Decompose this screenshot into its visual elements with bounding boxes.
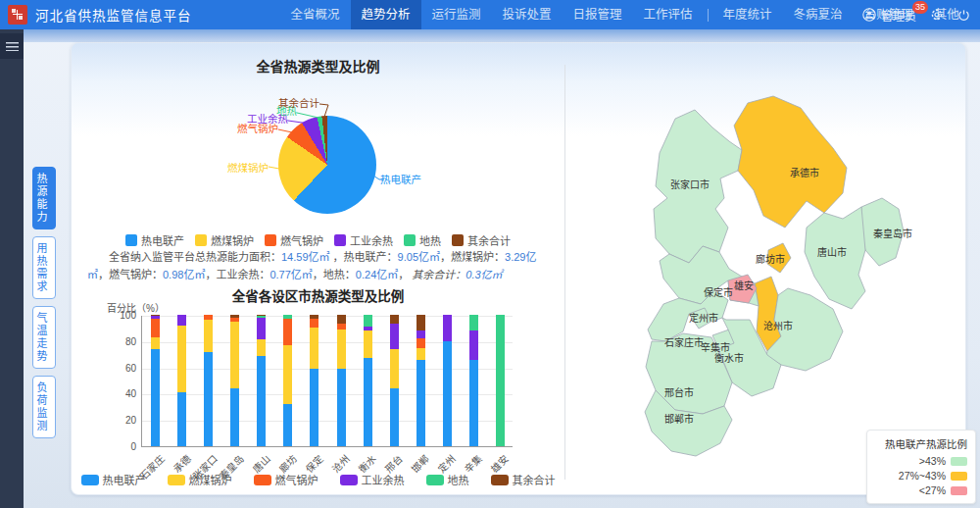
map-legend: 热电联产热源比例 >43%27%~43%<27% bbox=[866, 430, 976, 504]
map-region-langfang[interactable] bbox=[767, 243, 791, 273]
bar-沧州[interactable] bbox=[337, 315, 346, 446]
legend-label: 地热 bbox=[419, 232, 441, 248]
pie-label-燃煤锅炉: 燃煤锅炉 bbox=[227, 160, 269, 175]
bar-唐山[interactable] bbox=[257, 315, 266, 446]
bar-segment-燃煤锅炉 bbox=[257, 339, 266, 355]
bar-邢台[interactable] bbox=[390, 315, 399, 446]
nav-item-4[interactable]: 投诉处置 bbox=[492, 0, 563, 29]
bar-秦皇岛[interactable] bbox=[230, 315, 239, 446]
bar-segment-热电联产 bbox=[283, 404, 292, 446]
bar-segment-热电联产 bbox=[257, 356, 266, 446]
map-region-tangshan[interactable] bbox=[805, 207, 865, 309]
bar-segment-热电联产 bbox=[364, 358, 372, 446]
main-panel: 全省热源类型及比例 热电联产燃煤锅炉燃气锅炉工业余热地热其余合计 热电联产燃煤锅… bbox=[71, 42, 966, 495]
bar-承德[interactable] bbox=[177, 315, 186, 446]
bar-segment-热电联产 bbox=[390, 388, 399, 446]
bar-segment-燃煤锅炉 bbox=[416, 348, 425, 360]
map-legend-row-1: >43% bbox=[873, 455, 967, 467]
nav-item-3[interactable]: 运行监测 bbox=[421, 0, 492, 29]
pie-chart-title: 全省热源类型及比例 bbox=[72, 56, 564, 76]
summary-segment: ，燃煤锅炉： bbox=[440, 251, 505, 263]
legend-item-热电联产[interactable]: 热电联产 bbox=[125, 232, 184, 248]
legend-item-燃煤锅炉[interactable]: 燃煤锅炉 bbox=[195, 232, 254, 248]
app-seal-logo bbox=[8, 5, 27, 25]
summary-segment: ，工业余热： bbox=[205, 269, 270, 280]
summary-segment: 0.77亿㎡ bbox=[270, 269, 312, 280]
bar-segment-其余合计 bbox=[416, 315, 425, 330]
bar-segment-工业余热 bbox=[257, 318, 266, 340]
legend-item-地热[interactable]: 地热 bbox=[426, 472, 469, 487]
settings-gear-icon[interactable] bbox=[930, 8, 944, 22]
legend-item-工业余热[interactable]: 工业余热 bbox=[334, 232, 393, 248]
bar-segment-燃气锅炉 bbox=[310, 319, 318, 328]
legend-item-地热[interactable]: 地热 bbox=[404, 232, 441, 248]
y-tick-label: 40 bbox=[107, 388, 136, 399]
legend-item-燃气锅炉[interactable]: 燃气锅炉 bbox=[265, 232, 323, 248]
bar-定州[interactable] bbox=[443, 315, 452, 446]
nav-item-1[interactable]: 全省概况 bbox=[280, 0, 351, 29]
bar-segment-燃煤锅炉 bbox=[177, 326, 186, 392]
legend-label: 地热 bbox=[448, 472, 469, 487]
bar-segment-热电联产 bbox=[310, 369, 318, 446]
nav-item-8[interactable]: 冬病夏治 bbox=[783, 0, 854, 29]
nav-item-5[interactable]: 日报管理 bbox=[563, 0, 633, 29]
summary-segment: ，燃气锅炉： bbox=[98, 269, 163, 280]
nav-item-6[interactable]: 工作评估 bbox=[633, 0, 704, 29]
pie-legend: 热电联产燃煤锅炉燃气锅炉工业余热地热其余合计 bbox=[72, 232, 564, 248]
summary-segment: ， bbox=[398, 269, 412, 280]
map-legend-row-3: <27% bbox=[873, 484, 967, 496]
bar-segment-燃煤锅炉 bbox=[364, 330, 372, 358]
logout-power-icon[interactable] bbox=[957, 9, 970, 22]
notification-badge[interactable]: 35 bbox=[912, 1, 928, 14]
bar-辛集[interactable] bbox=[469, 315, 478, 446]
map-region-chengde[interactable] bbox=[734, 96, 847, 228]
legend-swatch bbox=[491, 475, 509, 485]
legend-item-其余合计[interactable]: 其余合计 bbox=[452, 232, 511, 248]
sub-header-strip bbox=[24, 29, 980, 42]
legend-label: 燃气锅炉 bbox=[280, 232, 323, 248]
user-name[interactable]: 管理员 bbox=[881, 7, 916, 24]
legend-item-热电联产[interactable]: 热电联产 bbox=[81, 472, 146, 487]
bar-segment-热电联产 bbox=[230, 388, 239, 446]
summary-segment: 0.98亿㎡ bbox=[163, 269, 205, 280]
legend-item-其余合计[interactable]: 其余合计 bbox=[491, 472, 556, 487]
map-legend-label: <27% bbox=[919, 484, 946, 496]
legend-item-燃气锅炉[interactable]: 燃气锅炉 bbox=[254, 472, 318, 487]
gridline bbox=[142, 421, 513, 422]
y-tick-label: 60 bbox=[107, 363, 136, 374]
bar-保定[interactable] bbox=[310, 315, 318, 446]
side-tab-4[interactable]: 负荷监测 bbox=[32, 376, 56, 438]
gridline bbox=[142, 342, 513, 343]
bar-雄安[interactable] bbox=[496, 315, 505, 446]
legend-label: 工业余热 bbox=[362, 472, 405, 487]
map-legend-swatch bbox=[951, 457, 967, 466]
stacked-bar-chart: 020406080100石家庄承德张家口秦皇岛唐山廊坊保定沧州衡水邢台邯郸定州辛… bbox=[141, 316, 513, 447]
bar-衡水[interactable] bbox=[364, 315, 372, 446]
hamburger-menu-icon[interactable] bbox=[0, 33, 24, 59]
bar-石家庄[interactable] bbox=[151, 315, 160, 446]
summary-segment: 9.05亿㎡ bbox=[398, 251, 440, 263]
legend-item-燃煤锅炉[interactable]: 燃煤锅炉 bbox=[168, 472, 232, 487]
bar-segment-燃煤锅炉 bbox=[390, 349, 399, 388]
map-region-cangzhou[interactable] bbox=[766, 288, 843, 371]
bar-张家口[interactable] bbox=[204, 315, 213, 446]
legend-label: 热电联产 bbox=[103, 472, 146, 487]
pie-label-热电联产: 热电联产 bbox=[380, 172, 421, 186]
side-tab-3[interactable]: 气温走势 bbox=[32, 306, 56, 369]
legend-swatch bbox=[254, 475, 271, 485]
summary-segment: 全省纳入监管平台总热源能力面积： bbox=[109, 251, 281, 263]
gridline bbox=[142, 316, 513, 317]
legend-item-工业余热[interactable]: 工业余热 bbox=[340, 472, 405, 487]
bar-邯郸[interactable] bbox=[416, 315, 425, 446]
side-tab-2[interactable]: 用热需求 bbox=[32, 236, 56, 299]
legend-swatch bbox=[426, 475, 444, 485]
gridline bbox=[142, 394, 513, 395]
map-region-zhangjiakou[interactable] bbox=[654, 110, 742, 263]
heat-source-pie-chart[interactable] bbox=[278, 116, 376, 214]
legend-swatch bbox=[195, 234, 207, 246]
bar-廊坊[interactable] bbox=[283, 315, 292, 446]
nav-item-2[interactable]: 趋势分析 bbox=[351, 0, 421, 29]
nav-item-7[interactable]: 年度统计 bbox=[712, 0, 783, 29]
map-region-qinhuangdao[interactable] bbox=[859, 198, 904, 266]
side-tab-1[interactable]: 热源能力 bbox=[32, 167, 56, 229]
